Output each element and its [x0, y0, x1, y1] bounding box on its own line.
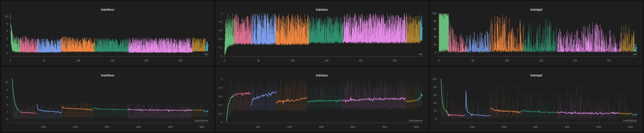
chart-canvas-train-loss-iter[interactable]: 024681005k10k15k20k25k train/loss iter	[2, 2, 214, 65]
series-run-1	[227, 80, 234, 122]
chart-layer: 02040608010010G20G30G40G50G60G	[432, 78, 637, 128]
x-axis-name: train/tokens	[623, 119, 637, 122]
svg-text:60G: 60G	[414, 125, 419, 128]
svg-text:0.6: 0.6	[218, 29, 222, 32]
series-run-2	[20, 104, 36, 119]
svg-text:0.6: 0.6	[218, 95, 222, 98]
svg-text:6: 6	[6, 30, 8, 33]
svg-text:10: 10	[5, 15, 8, 18]
series-run-6	[557, 83, 620, 118]
chart-title: train/ppl	[530, 8, 542, 11]
chart-canvas-train-acc-iter[interactable]: 00.20.40.60.8105k10k15k20k25k train/acc …	[216, 2, 428, 65]
svg-text:20: 20	[434, 109, 437, 112]
series-run-5	[95, 38, 128, 52]
chart-panel-train-acc-iter: 00.20.40.60.8105k10k15k20k25k train/acc …	[216, 2, 428, 65]
svg-text:0.4: 0.4	[218, 38, 222, 41]
chart-canvas-train-acc-tokens[interactable]: 00.20.40.60.8110G20G30G40G50G60G train/a…	[216, 68, 428, 131]
svg-text:0.8: 0.8	[218, 21, 222, 23]
svg-text:15k: 15k	[324, 59, 328, 62]
svg-text:25k: 25k	[178, 59, 182, 62]
chart-panel-train-loss-iter: 024681005k10k15k20k25k train/loss iter	[2, 2, 214, 65]
svg-text:4: 4	[6, 103, 8, 106]
chart-panel-train-ppl-tokens: 02040608010010G20G30G40G50G60G train/ppl…	[430, 67, 642, 131]
svg-text:0: 0	[6, 52, 8, 55]
series-run-7	[407, 15, 420, 43]
svg-text:0.4: 0.4	[218, 104, 222, 107]
series-run-1	[10, 14, 20, 52]
svg-text:15k: 15k	[539, 59, 543, 62]
svg-text:0.2: 0.2	[218, 46, 222, 49]
chart-title: train/acc	[316, 74, 328, 77]
chart-title: train/acc	[316, 8, 328, 11]
svg-text:8: 8	[6, 88, 8, 91]
svg-text:0: 0	[435, 117, 436, 120]
series-run-8	[418, 82, 423, 107]
svg-text:40: 40	[434, 101, 437, 104]
series-run-3	[466, 31, 490, 52]
chart-layer: 00.20.40.60.8105k10k15k20k25k	[218, 12, 423, 62]
svg-text:2: 2	[6, 44, 8, 47]
svg-text:50G: 50G	[168, 125, 173, 128]
svg-text:100: 100	[432, 12, 436, 15]
chart-layer: 02040608010005k10k15k20k25k	[432, 12, 637, 62]
series-run-1	[12, 79, 19, 119]
chart-canvas-train-loss-tokens[interactable]: 024681010G20G30G40G50G60G train/loss tra…	[2, 68, 214, 131]
series-run-7	[621, 25, 634, 52]
series-run-7	[191, 103, 203, 117]
chart-title: train/loss	[101, 74, 114, 77]
svg-text:0: 0	[435, 51, 436, 54]
x-axis-name: iter	[205, 53, 208, 56]
svg-text:10: 10	[5, 81, 8, 84]
svg-text:5k: 5k	[43, 59, 46, 62]
svg-text:100: 100	[432, 78, 436, 81]
chart-panel-train-loss-tokens: 024681010G20G30G40G50G60G train/loss tra…	[2, 67, 214, 131]
chart-layer: 024681005k10k15k20k25k	[5, 13, 209, 62]
svg-text:40G: 40G	[565, 125, 570, 128]
x-axis-name: train/tokens	[194, 119, 208, 122]
chart-canvas-train-ppl-tokens[interactable]: 02040608010010G20G30G40G50G60G train/ppl…	[430, 68, 642, 131]
chart-canvas-train-ppl-iter[interactable]: 02040608010005k10k15k20k25k train/ppl it…	[430, 2, 642, 65]
series-run-2	[449, 21, 466, 52]
series-run-3	[251, 80, 276, 111]
chart-title: train/loss	[101, 8, 114, 11]
svg-text:0: 0	[224, 59, 225, 62]
svg-text:20: 20	[434, 43, 437, 46]
svg-text:40G: 40G	[350, 125, 355, 128]
chart-layer: 00.20.40.60.8110G20G30G40G50G60G	[218, 78, 423, 128]
svg-text:8: 8	[6, 22, 8, 25]
svg-text:10G: 10G	[41, 125, 46, 128]
svg-text:20G: 20G	[73, 125, 78, 128]
series-run-2	[234, 80, 251, 111]
svg-text:10k: 10k	[505, 59, 509, 62]
chart-layer: 024681010G20G30G40G50G60G	[5, 78, 208, 128]
series-run-4	[62, 102, 92, 118]
svg-text:60: 60	[434, 28, 437, 31]
svg-text:0: 0	[10, 59, 11, 62]
series-run-3	[252, 14, 276, 45]
series-run-8	[420, 16, 423, 41]
svg-text:30G: 30G	[319, 125, 324, 128]
series-run-8	[635, 43, 638, 52]
svg-text:40: 40	[434, 36, 437, 39]
series-run-2	[234, 14, 252, 45]
chart-title: train/ppl	[530, 74, 542, 77]
series-run-6	[129, 38, 192, 53]
svg-text:30G: 30G	[533, 125, 538, 128]
svg-text:1: 1	[221, 12, 222, 15]
series-run-4	[276, 14, 308, 45]
svg-text:10G: 10G	[470, 125, 475, 128]
svg-text:4: 4	[6, 37, 8, 40]
svg-text:20k: 20k	[144, 59, 148, 62]
svg-text:5k: 5k	[257, 59, 260, 62]
svg-text:60G: 60G	[628, 125, 633, 128]
svg-text:20k: 20k	[573, 59, 577, 62]
series-run-3	[37, 104, 62, 119]
svg-text:0: 0	[221, 55, 222, 58]
x-axis-name: iter	[419, 53, 423, 56]
svg-text:10G: 10G	[256, 125, 260, 128]
series-run-1	[225, 14, 234, 55]
series-run-5	[92, 104, 128, 117]
series-run-7	[405, 81, 418, 110]
svg-text:80: 80	[434, 86, 437, 89]
svg-text:50G: 50G	[597, 125, 602, 128]
